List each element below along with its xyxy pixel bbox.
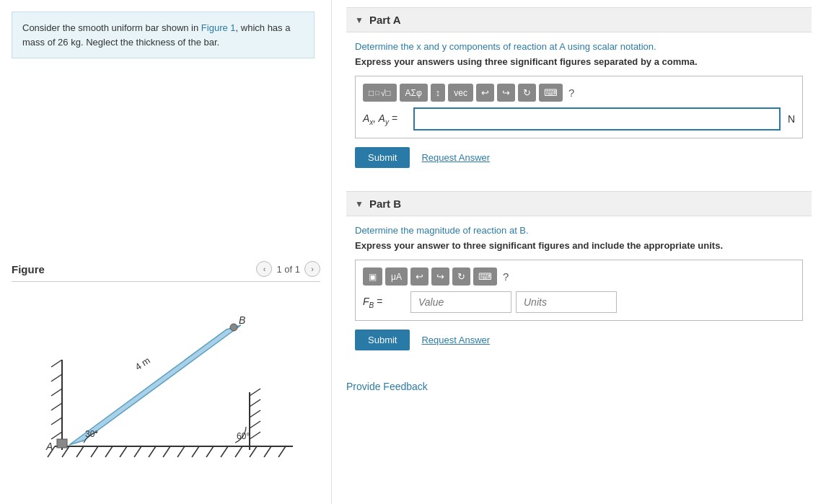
svg-line-24 [51, 432, 62, 439]
svg-line-23 [51, 417, 62, 425]
part-a-math-box: □□√□ ΑΣφ ↕ vec ↩ ↪ ↻ ⌨ ? Ax, Ay = N [355, 76, 803, 138]
svg-line-13 [221, 446, 228, 457]
figure-link[interactable]: Figure 1 [201, 22, 236, 33]
figure-section: Figure ‹ 1 of 1 › [0, 261, 332, 490]
toolbar-matrix-btn[interactable]: □□√□ [363, 84, 397, 102]
toolbar-symbols-btn[interactable]: ΑΣφ [400, 84, 428, 102]
svg-line-17 [278, 446, 286, 457]
part-b-toolbar-refresh-btn[interactable]: ↻ [452, 268, 470, 286]
part-b-submit-btn[interactable]: Submit [355, 330, 410, 350]
svg-line-6 [120, 446, 127, 457]
toolbar-keyboard-btn[interactable]: ⌨ [539, 84, 563, 102]
svg-line-10 [177, 446, 185, 457]
provide-feedback-link[interactable]: Provide Feedback [346, 381, 428, 392]
part-a-instruction-bold: Express your answers using three signifi… [355, 56, 803, 67]
part-b-action-row: Submit Request Answer [355, 330, 803, 350]
svg-line-12 [206, 446, 214, 457]
figure-header: Figure ‹ 1 of 1 › [12, 261, 320, 282]
part-b-request-answer-link[interactable]: Request Answer [421, 335, 490, 345]
mass-unit: kg [71, 37, 81, 48]
svg-marker-31 [69, 325, 241, 445]
svg-line-16 [264, 446, 271, 457]
svg-line-14 [235, 446, 242, 457]
figure-nav: ‹ 1 of 1 › [256, 261, 320, 277]
part-b-units-input[interactable] [516, 291, 617, 313]
svg-line-22 [51, 403, 62, 410]
figure-title: Figure [12, 263, 45, 275]
label-A: A [45, 441, 53, 452]
next-figure-btn[interactable]: › [304, 261, 320, 277]
svg-line-29 [250, 421, 260, 428]
part-a-answer-input[interactable] [413, 107, 781, 131]
svg-line-20 [51, 374, 62, 381]
part-b-instruction-link: Determine the magnitude of reaction at B… [355, 225, 803, 236]
part-b-value-input[interactable] [410, 291, 511, 313]
svg-line-4 [91, 446, 98, 457]
part-a-answer-label: Ax, Ay = [363, 112, 406, 126]
part-a-action-row: Submit Request Answer [355, 147, 803, 168]
part-b-toolbar: ▣ μΑ ↩ ↪ ↻ ⌨ ? [363, 268, 795, 286]
part-a-unit: N [788, 113, 795, 125]
part-a-request-answer-link[interactable]: Request Answer [421, 152, 490, 163]
figure-pagination: 1 of 1 [276, 264, 300, 275]
toolbar-undo-btn[interactable]: ↩ [476, 84, 494, 102]
toolbar-help-btn[interactable]: ? [566, 84, 577, 102]
toolbar-vec-btn[interactable]: vec [448, 84, 473, 102]
part-b-math-box: ▣ μΑ ↩ ↪ ↻ ⌨ ? FB = [355, 260, 803, 321]
bar-length-label: 4 m [133, 355, 151, 372]
angle-right-label: 60° [237, 431, 250, 441]
angle-A-label: 30° [85, 429, 98, 439]
svg-line-3 [76, 446, 84, 457]
svg-line-26 [250, 389, 260, 396]
part-a-instruction-link: Determine the x and y components of reac… [355, 41, 803, 52]
svg-line-15 [250, 446, 257, 457]
toolbar-updown-btn[interactable]: ↕ [431, 84, 446, 102]
part-b-header[interactable]: ▼ Part B [346, 191, 812, 216]
part-b-toolbar-keyboard-btn[interactable]: ⌨ [473, 268, 497, 286]
part-a-submit-btn[interactable]: Submit [355, 147, 410, 168]
right-panel: ▼ Part A Determine the x and y component… [332, 0, 826, 504]
part-b-toolbar-undo-btn[interactable]: ↩ [410, 268, 429, 286]
svg-line-5 [105, 446, 113, 457]
label-B: B [239, 314, 245, 326]
problem-statement: Consider the smooth uniform bar shown in… [12, 12, 315, 58]
part-a-answer-row: Ax, Ay = N [363, 107, 795, 131]
left-panel: Consider the smooth uniform bar shown in… [0, 0, 332, 504]
part-b-instruction-bold: Express your answer to three significant… [355, 240, 803, 251]
svg-line-19 [51, 360, 62, 367]
svg-line-30 [250, 432, 260, 439]
part-b-toolbar-help-btn[interactable]: ? [500, 268, 511, 286]
part-b-toolbar-matrix-btn[interactable]: ▣ [363, 268, 382, 286]
part-b-toolbar-redo-btn[interactable]: ↪ [431, 268, 449, 286]
part-b-toolbar-mu-btn[interactable]: μΑ [385, 268, 408, 286]
part-b-collapse-icon: ▼ [355, 199, 364, 209]
toolbar-refresh-btn[interactable]: ↻ [518, 84, 536, 102]
provide-feedback-section: Provide Feedback [346, 373, 812, 392]
part-b-answer-label: FB = [363, 296, 406, 309]
prev-figure-btn[interactable]: ‹ [256, 261, 272, 277]
part-b-body: Determine the magnitude of reaction at B… [346, 225, 812, 359]
part-b-answer-row: FB = [363, 291, 795, 313]
svg-line-11 [192, 446, 199, 457]
part-b-section: ▼ Part B Determine the magnitude of reac… [346, 191, 812, 359]
diagram-area: A B 4 m 30° 60° [12, 288, 320, 490]
part-a-toolbar: □□√□ ΑΣφ ↕ vec ↩ ↪ ↻ ⌨ ? [363, 84, 795, 102]
svg-line-27 [250, 399, 260, 407]
part-a-section: ▼ Part A Determine the x and y component… [346, 7, 812, 177]
svg-line-28 [250, 410, 260, 417]
part-a-label: Part A [369, 14, 401, 26]
part-a-body: Determine the x and y components of reac… [346, 41, 812, 177]
problem-rest: . Neglect the thickness of the bar. [81, 37, 219, 48]
part-b-label: Part B [369, 198, 401, 210]
part-a-header[interactable]: ▼ Part A [346, 7, 812, 32]
svg-line-7 [134, 446, 141, 457]
toolbar-redo-btn[interactable]: ↪ [497, 84, 515, 102]
svg-line-21 [51, 389, 62, 396]
svg-line-8 [149, 446, 156, 457]
svg-rect-32 [57, 439, 67, 448]
svg-line-9 [163, 446, 170, 457]
figure-svg: A B 4 m 30° 60° [12, 288, 322, 482]
part-a-collapse-icon: ▼ [355, 15, 364, 25]
svg-point-33 [230, 324, 237, 331]
